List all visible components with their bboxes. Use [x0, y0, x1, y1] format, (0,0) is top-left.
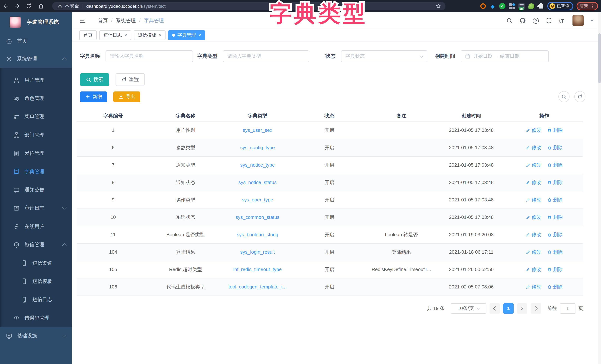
- sidebar-item-短信模板[interactable]: 短信模板: [0, 272, 72, 291]
- browser-reload-icon[interactable]: [26, 3, 32, 9]
- delete-row-button[interactable]: 删除: [547, 266, 563, 273]
- extension-leaf-icon[interactable]: [528, 3, 534, 9]
- sidebar-item-岗位管理[interactable]: 岗位管理: [0, 144, 72, 162]
- page-size-select[interactable]: 10条/页: [451, 303, 486, 313]
- browser-back-icon[interactable]: [3, 3, 9, 9]
- dict-name-input[interactable]: 请输入字典名称: [106, 50, 193, 62]
- dict-type-link[interactable]: sys_login_result: [240, 249, 275, 255]
- sidebar-item-通知公告[interactable]: 通知公告: [0, 181, 72, 199]
- hamburger-icon[interactable]: [79, 18, 86, 23]
- delete-row-button[interactable]: 删除: [547, 179, 563, 186]
- extension-grid-icon[interactable]: [509, 3, 515, 9]
- close-icon[interactable]: ×: [159, 33, 161, 37]
- user-menu-caret-icon[interactable]: [591, 20, 594, 23]
- help-icon[interactable]: ?: [533, 18, 539, 23]
- tab-字典管理[interactable]: 字典管理×: [168, 30, 205, 40]
- add-button[interactable]: 新增: [80, 91, 107, 102]
- browser-menu-icon[interactable]: ⋮: [590, 3, 595, 9]
- dict-type-link[interactable]: sys_notice_type: [240, 162, 275, 168]
- tab-短信日志[interactable]: 短信日志×: [99, 30, 131, 40]
- extension-gem-icon[interactable]: ◆: [490, 3, 496, 9]
- breadcrumb-item[interactable]: 字典管理: [144, 17, 164, 24]
- edit-row-button[interactable]: 修改: [526, 231, 541, 238]
- tab-首页[interactable]: 首页: [79, 30, 97, 40]
- delete-row-button[interactable]: 删除: [547, 249, 563, 255]
- profile-paused-badge[interactable]: 已暂停: [547, 2, 573, 10]
- sidebar-item-错误码管理[interactable]: 错误码管理: [0, 309, 72, 327]
- export-button[interactable]: 导出: [113, 91, 140, 102]
- dict-type-link[interactable]: sys_config_type: [240, 145, 275, 150]
- extension-orange-icon[interactable]: [480, 3, 486, 9]
- status-select[interactable]: 字典状态: [341, 50, 427, 62]
- sidebar-item-在线用户[interactable]: 在线用户: [0, 217, 72, 236]
- extension-green-icon[interactable]: ✓: [499, 3, 505, 9]
- delete-row-button[interactable]: 删除: [547, 196, 563, 203]
- edit-row-button[interactable]: 修改: [526, 144, 541, 151]
- dict-type-link[interactable]: sys_notice_status: [238, 180, 277, 185]
- delete-row-button[interactable]: 删除: [547, 162, 563, 168]
- dict-type-link[interactable]: tool_codegen_template_t...: [229, 284, 287, 290]
- extension-on-badge-icon[interactable]: on: [518, 3, 525, 9]
- date-range-picker[interactable]: 开始日期 - 结束日期: [461, 50, 549, 62]
- breadcrumb-item[interactable]: 系统管理: [116, 17, 136, 24]
- sidebar-item-角色管理[interactable]: 角色管理: [0, 90, 72, 108]
- user-avatar[interactable]: [572, 15, 584, 26]
- extensions-puzzle-icon[interactable]: [538, 3, 544, 9]
- sidebar-item-审计日志[interactable]: 审计日志: [0, 199, 72, 217]
- sidebar-item-短信日志[interactable]: 短信日志: [0, 291, 72, 309]
- delete-row-button[interactable]: 删除: [547, 144, 563, 151]
- edit-row-button[interactable]: 修改: [526, 283, 541, 290]
- edit-row-button[interactable]: 修改: [526, 127, 541, 133]
- dict-type-link[interactable]: sys_boolean_string: [237, 232, 278, 237]
- chrome-update-button[interactable]: 更新⋮: [577, 2, 598, 10]
- goto-page-input[interactable]: 1: [560, 303, 575, 313]
- delete-row-button[interactable]: 删除: [547, 231, 563, 238]
- sidebar-item-部门管理[interactable]: 部门管理: [0, 126, 72, 144]
- sidebar-item-首页[interactable]: 首页: [0, 32, 72, 50]
- sidebar-item-字典管理[interactable]: 字典管理: [0, 162, 72, 181]
- tab-短信模板[interactable]: 短信模板×: [134, 30, 166, 40]
- url-path[interactable]: /system/dict: [142, 3, 166, 9]
- edit-row-button[interactable]: 修改: [526, 162, 541, 168]
- sidebar-item-菜单管理[interactable]: 菜单管理: [0, 108, 72, 126]
- sidebar-item-基础设施[interactable]: 基础设施: [0, 327, 72, 345]
- font-size-icon[interactable]: tT: [559, 18, 564, 23]
- browser-home-icon[interactable]: [38, 3, 44, 9]
- reset-button[interactable]: 重置: [116, 73, 145, 86]
- show-search-button[interactable]: [558, 91, 570, 102]
- page-number-button[interactable]: 2: [517, 303, 527, 313]
- date-end-placeholder[interactable]: 结束日期: [500, 53, 519, 60]
- page-number-button[interactable]: 1: [503, 303, 514, 313]
- breadcrumb-item[interactable]: 首页: [98, 17, 108, 24]
- delete-row-button[interactable]: 删除: [547, 127, 563, 133]
- close-icon[interactable]: ×: [199, 33, 201, 37]
- close-icon[interactable]: ×: [124, 33, 127, 37]
- edit-row-button[interactable]: 修改: [526, 266, 541, 273]
- dict-type-link[interactable]: inf_redis_timeout_type: [233, 267, 282, 272]
- dict-type-link[interactable]: sys_oper_type: [242, 197, 273, 202]
- prev-page-button[interactable]: [490, 303, 500, 313]
- app-logo-row[interactable]: 芋道管理系统: [0, 12, 72, 32]
- dict-type-link[interactable]: sys_user_sex: [243, 127, 272, 133]
- url-host[interactable]: dashboard.yudao.iocoder.cn: [86, 3, 142, 9]
- edit-row-button[interactable]: 修改: [526, 214, 541, 221]
- edit-row-button[interactable]: 修改: [526, 249, 541, 255]
- search-icon[interactable]: [506, 17, 512, 24]
- sidebar-item-短信管理[interactable]: 短信管理: [0, 236, 72, 254]
- edit-row-button[interactable]: 修改: [526, 179, 541, 186]
- delete-row-button[interactable]: 删除: [547, 283, 563, 290]
- refresh-table-button[interactable]: [574, 91, 585, 102]
- edit-row-button[interactable]: 修改: [526, 196, 541, 203]
- sidebar-item-系统管理[interactable]: 系统管理: [0, 50, 72, 68]
- github-icon[interactable]: [520, 17, 526, 24]
- dict-type-input[interactable]: 请输入字典类型: [223, 50, 309, 62]
- search-button[interactable]: 搜索: [80, 73, 109, 86]
- next-page-button[interactable]: [531, 303, 541, 313]
- fullscreen-icon[interactable]: [546, 17, 552, 24]
- bookmark-star-icon[interactable]: [435, 3, 441, 9]
- scrollbar-thumb[interactable]: [598, 33, 601, 83]
- dict-type-link[interactable]: sys_common_status: [236, 214, 279, 220]
- sidebar-item-短信渠道[interactable]: 短信渠道: [0, 254, 72, 272]
- delete-row-button[interactable]: 删除: [547, 214, 563, 221]
- sidebar-item-用户管理[interactable]: 用户管理: [0, 71, 72, 90]
